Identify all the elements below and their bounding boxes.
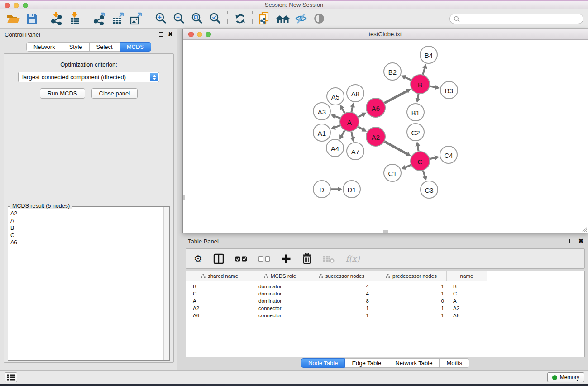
memory-button[interactable]: Memory (547, 372, 584, 382)
tab-motifs[interactable]: Motifs (440, 358, 469, 368)
table-row[interactable]: Bdominator41B (186, 283, 584, 290)
close-table-panel-icon[interactable]: ✖ (578, 239, 583, 243)
toolbar-search[interactable] (449, 14, 583, 24)
node-label-B4: B4 (425, 52, 433, 59)
edge-arrowhead (422, 176, 427, 181)
graph-edge[interactable] (384, 142, 408, 154)
delete-table-button[interactable] (323, 254, 335, 263)
result-item[interactable]: A2 (10, 210, 163, 217)
open-session-button[interactable] (5, 10, 23, 27)
refresh-view-button[interactable] (231, 10, 249, 27)
export-table-button[interactable] (109, 10, 127, 27)
edge-arrowhead (435, 85, 440, 90)
hidden-eye-icon (295, 13, 307, 24)
task-history-button[interactable] (5, 372, 17, 382)
table-settings-button[interactable]: ⚙ (194, 254, 202, 263)
network-minimize-button[interactable] (197, 32, 202, 37)
export-image-button[interactable] (127, 10, 145, 27)
tab-network-table[interactable]: Network Table (388, 358, 440, 368)
node-label-D1: D1 (347, 186, 356, 194)
network-maximize-button[interactable] (206, 32, 211, 37)
resize-grip-icon[interactable] (581, 226, 587, 232)
zoom-in-button[interactable] (152, 10, 170, 27)
table-row[interactable]: Cdominator41C (186, 290, 584, 297)
run-mcds-button[interactable]: Run MCDS (40, 88, 85, 99)
column-header-successor-nodes[interactable]: successor nodes (307, 271, 376, 281)
graph-edge[interactable] (334, 116, 340, 118)
column-header-name[interactable]: name (447, 271, 487, 281)
tab-style[interactable]: Style (62, 42, 90, 52)
column-header-shared-name[interactable]: shared name (186, 271, 253, 281)
zoom-out-button[interactable] (170, 10, 188, 27)
graph-edge[interactable] (404, 77, 411, 80)
graph-edge[interactable] (423, 171, 425, 177)
network-graph[interactable]: AA1A2A3A4A5A6A7A8BB1B2B3B4CC1C2C3C4DD1 (183, 40, 588, 233)
graph-edge[interactable] (417, 145, 418, 152)
zoom-fit-button[interactable] (188, 10, 206, 27)
table-cell: 1 (376, 313, 447, 318)
tab-mcds[interactable]: MCDS (120, 42, 151, 52)
tab-node-table[interactable]: Node Table (301, 358, 345, 368)
attribute-tree-icon (201, 274, 206, 278)
graph-edge[interactable] (384, 91, 407, 103)
network-canvas[interactable]: AA1A2A3A4A5A6A7A8BB1B2B3B4CC1C2C3C4DD1 (183, 40, 588, 233)
result-item[interactable]: A6 (10, 239, 163, 246)
table-cell: dominator (253, 298, 307, 304)
float-panel-icon[interactable] (159, 32, 163, 37)
graph-edge[interactable] (405, 165, 411, 168)
table-row[interactable]: A6connector11A6 (186, 312, 584, 319)
tab-select[interactable]: Select (90, 42, 120, 52)
import-network-button[interactable] (48, 10, 66, 27)
graph-edge[interactable] (351, 132, 353, 138)
graph-edge[interactable] (423, 67, 425, 75)
save-session-button[interactable] (23, 10, 41, 27)
show-all-button[interactable] (310, 10, 328, 27)
graph-edge[interactable] (341, 130, 344, 136)
deselect-all-button[interactable] (258, 256, 270, 262)
column-header-predecessor-nodes[interactable]: predecessor nodes (376, 271, 447, 281)
hide-selected-button[interactable] (292, 10, 310, 27)
result-item[interactable]: A (10, 217, 163, 224)
network-window-titlebar[interactable]: testGlobe.txt (183, 29, 588, 40)
trash-icon (302, 253, 312, 265)
dropdown-stepper-icon[interactable] (150, 73, 158, 81)
maximize-window-button[interactable] (23, 3, 28, 8)
horizontal-scroll-thumb[interactable] (383, 230, 388, 233)
network-close-button[interactable] (188, 32, 194, 37)
tab-network[interactable]: Network (26, 42, 62, 52)
edge-arrowhead (416, 98, 421, 103)
optimization-criterion-dropdown[interactable]: largest connected component (directed) (18, 72, 159, 82)
copy-style-button[interactable] (256, 10, 274, 27)
float-table-panel-icon[interactable] (569, 239, 574, 243)
table-row[interactable]: A2connector11A2 (186, 305, 584, 312)
graph-edge[interactable] (430, 86, 436, 87)
column-settings-button[interactable] (213, 253, 224, 264)
zoom-selected-button[interactable] (206, 10, 224, 27)
select-all-button[interactable] (235, 256, 247, 262)
plus-icon (281, 254, 291, 264)
graph-edge[interactable] (430, 157, 435, 159)
delete-column-button[interactable] (302, 253, 312, 265)
mcds-result-list[interactable]: A2ABCA6 (8, 208, 163, 360)
first-neighbors-button[interactable] (274, 10, 292, 27)
minimize-window-button[interactable] (14, 3, 19, 8)
close-window-button[interactable] (5, 3, 10, 8)
graph-edge[interactable] (334, 125, 340, 128)
close-panel-icon[interactable]: ✖ (168, 32, 173, 37)
edge-arrowhead (415, 142, 420, 147)
search-input[interactable] (460, 16, 583, 22)
graph-edge[interactable] (358, 127, 363, 130)
import-table-icon (68, 12, 81, 25)
result-item[interactable]: C (10, 232, 163, 239)
import-table-button[interactable] (66, 10, 84, 27)
table-row[interactable]: Adominator80A (186, 297, 584, 305)
vertical-scroll-thumb[interactable] (183, 195, 185, 200)
function-builder-button[interactable]: f(x) (346, 254, 360, 263)
close-panel-button[interactable]: Close panel (91, 88, 138, 99)
export-network-button[interactable] (91, 10, 109, 27)
add-column-button[interactable] (281, 254, 291, 264)
result-item[interactable]: B (10, 224, 163, 232)
tab-edge-table[interactable]: Edge Table (345, 358, 388, 368)
column-header-MCDS-role[interactable]: MCDS role (253, 271, 307, 281)
result-scrollbar[interactable] (163, 207, 169, 360)
